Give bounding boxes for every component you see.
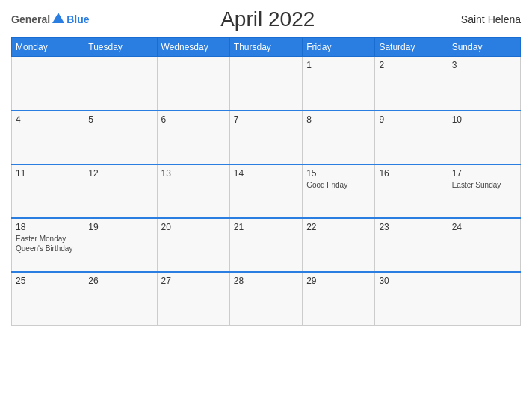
calendar-cell: 1: [303, 57, 375, 111]
calendar-cell: [448, 272, 520, 326]
logo-blue-text: Blue: [66, 13, 89, 25]
calendar-cell: 15Good Friday: [303, 164, 375, 218]
calendar-cell: [12, 57, 84, 111]
day-number: 27: [161, 276, 226, 286]
logo-general-text: General: [11, 13, 50, 25]
day-number: 3: [452, 60, 516, 70]
calendar-cell: 13: [157, 164, 229, 218]
calendar-cell: 19: [84, 218, 157, 272]
calendar-cell: 25: [12, 272, 84, 326]
day-number: 15: [306, 168, 371, 179]
calendar-cell: 11: [12, 164, 84, 218]
calendar-cell: 27: [157, 272, 229, 326]
calendar-cell: 23: [375, 218, 448, 272]
day-number: 24: [452, 222, 516, 232]
day-number: 2: [379, 60, 443, 70]
calendar-table: MondayTuesdayWednesdayThursdayFridaySatu…: [11, 37, 521, 326]
event-label: Easter Sunday: [452, 180, 516, 190]
weekday-header-saturday: Saturday: [375, 38, 448, 57]
day-number: 10: [452, 114, 516, 125]
weekday-header-friday: Friday: [303, 38, 375, 57]
calendar-week-row: 45678910: [12, 111, 521, 164]
day-number: 14: [234, 168, 298, 179]
calendar-cell: 7: [229, 111, 302, 164]
calendar-cell: 18Easter MondayQueen's Birthday: [12, 218, 84, 272]
calendar-cell: 17Easter Sunday: [448, 164, 520, 218]
day-number: 17: [452, 168, 516, 179]
day-number: 8: [306, 114, 371, 125]
calendar-wrapper: General Blue April 2022 Saint Helena Mon…: [0, 0, 532, 411]
calendar-cell: 6: [157, 111, 229, 164]
calendar-cell: 20: [157, 218, 229, 272]
calendar-cell: 28: [229, 272, 302, 326]
weekday-header-tuesday: Tuesday: [84, 38, 157, 57]
calendar-cell: 30: [375, 272, 448, 326]
calendar-cell: 9: [375, 111, 448, 164]
calendar-cell: 14: [229, 164, 302, 218]
weekday-header-monday: Monday: [12, 38, 84, 57]
day-number: 29: [306, 276, 371, 286]
calendar-cell: 8: [303, 111, 375, 164]
day-number: 28: [234, 276, 298, 286]
calendar-cell: 26: [84, 272, 157, 326]
calendar-cell: 16: [375, 164, 448, 218]
calendar-header: General Blue April 2022 Saint Helena: [11, 7, 521, 31]
logo: General Blue: [11, 13, 89, 25]
weekday-header-sunday: Sunday: [448, 38, 520, 57]
calendar-cell: [157, 57, 229, 111]
weekday-header-row: MondayTuesdayWednesdayThursdayFridaySatu…: [12, 38, 521, 57]
calendar-cell: 2: [375, 57, 448, 111]
calendar-cell: 5: [84, 111, 157, 164]
day-number: 13: [161, 168, 226, 179]
calendar-cell: 4: [12, 111, 84, 164]
event-label: Queen's Birthday: [16, 244, 80, 253]
calendar-cell: 24: [448, 218, 520, 272]
logo-triangle-icon: [52, 13, 64, 23]
day-number: 4: [16, 114, 80, 125]
day-number: 30: [379, 276, 443, 286]
day-number: 11: [16, 168, 80, 179]
calendar-cell: 21: [229, 218, 302, 272]
calendar-cell: 29: [303, 272, 375, 326]
day-number: 19: [88, 222, 152, 232]
day-number: 9: [379, 114, 443, 125]
event-label: Good Friday: [306, 180, 371, 190]
day-number: 21: [234, 222, 298, 232]
calendar-week-row: 123: [12, 57, 521, 111]
day-number: 12: [88, 168, 152, 179]
calendar-week-row: 252627282930: [12, 272, 521, 326]
day-number: 16: [379, 168, 443, 179]
day-number: 23: [379, 222, 443, 232]
day-number: 20: [161, 222, 226, 232]
calendar-cell: 10: [448, 111, 520, 164]
calendar-cell: [84, 57, 157, 111]
calendar-week-row: 18Easter MondayQueen's Birthday192021222…: [12, 218, 521, 272]
calendar-week-row: 1112131415Good Friday1617Easter Sunday: [12, 164, 521, 218]
calendar-cell: 22: [303, 218, 375, 272]
month-title: April 2022: [89, 7, 446, 31]
day-number: 26: [88, 276, 152, 286]
day-number: 1: [306, 60, 371, 70]
calendar-cell: 12: [84, 164, 157, 218]
day-number: 6: [161, 114, 226, 125]
weekday-header-thursday: Thursday: [229, 38, 302, 57]
calendar-cell: [229, 57, 302, 111]
day-number: 5: [88, 114, 152, 125]
day-number: 25: [16, 276, 80, 286]
day-number: 7: [234, 114, 298, 125]
weekday-header-wednesday: Wednesday: [157, 38, 229, 57]
day-number: 18: [16, 222, 80, 232]
calendar-cell: 3: [448, 57, 520, 111]
day-number: 22: [306, 222, 371, 232]
region-label: Saint Helena: [446, 13, 521, 25]
event-label: Easter Monday: [16, 234, 80, 244]
